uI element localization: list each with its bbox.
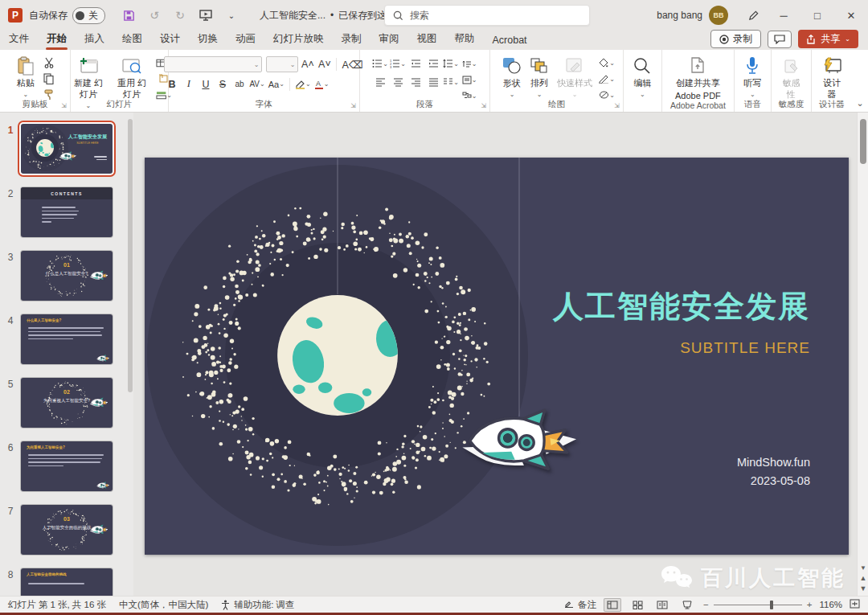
- arrange-button[interactable]: 排列 ⌄: [526, 54, 553, 100]
- tab-record[interactable]: 录制: [333, 30, 371, 50]
- thumbnail-slide-2[interactable]: CONTENTS: [21, 187, 113, 237]
- tab-file[interactable]: 文件: [0, 30, 38, 50]
- align-center-button[interactable]: [390, 75, 406, 89]
- strikethrough-button[interactable]: S: [215, 76, 230, 92]
- shape-outline-icon[interactable]: ⌄: [599, 72, 615, 86]
- current-slide[interactable]: 人工智能安全发展 SUBTITLE HERE MindShow.fun 2023…: [145, 158, 849, 555]
- line-spacing-button[interactable]: ⌄: [443, 56, 459, 71]
- shrink-font-button[interactable]: A˅: [317, 57, 332, 72]
- comments-button[interactable]: [768, 31, 792, 48]
- undo-icon[interactable]: ↺: [147, 8, 162, 23]
- increase-indent-button[interactable]: [425, 56, 441, 71]
- editing-button[interactable]: 编辑 ⌄: [629, 54, 655, 100]
- tab-design[interactable]: 设计: [151, 30, 189, 50]
- thumbnail-slide-4[interactable]: 什么是人工智能安全?: [21, 314, 113, 364]
- change-case-button[interactable]: Aa⌄: [268, 76, 285, 92]
- thumbnail-slide-1[interactable]: 人工智能安全发展 SUBTITLE HERE: [21, 124, 113, 174]
- customize-qat-icon[interactable]: ⌄: [224, 8, 239, 23]
- minimize-button[interactable]: ─: [767, 0, 800, 31]
- tab-insert[interactable]: 插入: [76, 30, 113, 50]
- copy-icon[interactable]: [41, 72, 57, 86]
- thumbnail-panel-scrollbar[interactable]: [128, 119, 133, 392]
- dictate-button[interactable]: 听写 ⌄: [739, 54, 765, 100]
- decrease-indent-button[interactable]: [407, 56, 424, 71]
- underline-button[interactable]: U: [198, 76, 213, 92]
- font-size-combo[interactable]: ⌄: [266, 56, 298, 72]
- dialog-launcher-icon[interactable]: ⇲: [614, 102, 620, 109]
- collapse-ribbon-button[interactable]: ⌄: [852, 50, 868, 112]
- zoom-slider[interactable]: [714, 605, 802, 605]
- tab-review[interactable]: 审阅: [371, 30, 408, 50]
- cut-icon[interactable]: [41, 55, 57, 70]
- slideshow-view-button[interactable]: [678, 598, 696, 612]
- scrollbar-thumb[interactable]: [860, 119, 866, 164]
- shape-fill-icon[interactable]: ⌄: [599, 55, 615, 70]
- bold-button[interactable]: B: [164, 76, 179, 92]
- tab-animations[interactable]: 动画: [227, 30, 264, 50]
- tab-draw[interactable]: 绘图: [113, 30, 151, 50]
- dialog-launcher-icon[interactable]: ⇲: [61, 102, 67, 109]
- justify-button[interactable]: [425, 75, 441, 89]
- next-slide-button[interactable]: ▼: [860, 584, 867, 592]
- share-button[interactable]: 共享 ⌄: [798, 30, 858, 48]
- create-share-pdf-button[interactable]: 创建并共享 Adobe PDF: [671, 54, 725, 104]
- language-indicator[interactable]: 中文(简体，中国大陆): [119, 599, 208, 611]
- autosave-control[interactable]: 自动保存 关: [29, 7, 105, 24]
- slide-sorter-view-button[interactable]: [628, 598, 646, 612]
- dialog-launcher-icon[interactable]: ⇲: [481, 102, 486, 109]
- sensitivity-button[interactable]: 敏感性: [775, 54, 809, 102]
- maximize-button[interactable]: □: [800, 0, 834, 31]
- reuse-slides-button[interactable]: 重用 幻灯片: [110, 54, 154, 102]
- zoom-percentage[interactable]: 116%: [819, 600, 842, 609]
- zoom-slider-thumb[interactable]: [770, 601, 773, 609]
- user-name[interactable]: bang bang: [657, 10, 702, 21]
- redo-icon[interactable]: ↻: [173, 8, 187, 23]
- font-color-button[interactable]: A⌄: [313, 76, 330, 92]
- normal-view-button[interactable]: [604, 598, 621, 612]
- shapes-button[interactable]: 形状 ⌄: [498, 54, 526, 100]
- accessibility-status[interactable]: 辅助功能: 调查: [221, 599, 294, 611]
- numbering-button[interactable]: 123⌄: [390, 56, 406, 71]
- align-right-button[interactable]: [407, 75, 424, 89]
- reading-view-button[interactable]: [653, 598, 671, 612]
- thumbnail-slide-5[interactable]: 02 为何重视人工智能安全?: [21, 378, 113, 428]
- record-button[interactable]: 录制: [710, 30, 761, 48]
- thumbnail-slide-6[interactable]: 为何重视人工智能安全?: [21, 441, 113, 491]
- avatar[interactable]: BB: [709, 6, 728, 25]
- slide-counter[interactable]: 幻灯片 第 1 张, 共 16 张: [8, 599, 106, 611]
- designer-button[interactable]: 设计器: [816, 54, 848, 102]
- tab-slideshow[interactable]: 幻灯片放映: [264, 30, 333, 50]
- text-shadow-button[interactable]: ab: [231, 76, 247, 92]
- search-input[interactable]: 搜索: [384, 5, 590, 26]
- character-spacing-button[interactable]: AV⌄: [248, 76, 265, 92]
- tab-transitions[interactable]: 切换: [189, 30, 227, 50]
- zoom-in-button[interactable]: +: [807, 600, 813, 609]
- quick-styles-button[interactable]: 快速样式 ⌄: [553, 54, 596, 100]
- tab-help[interactable]: 帮助: [446, 30, 484, 50]
- zoom-out-button[interactable]: −: [703, 600, 709, 609]
- thumbnail-slide-7[interactable]: 03 人工智能安全面临的挑战: [21, 505, 113, 555]
- tab-view[interactable]: 视图: [408, 30, 446, 50]
- slide-title[interactable]: 人工智能安全发展: [553, 286, 810, 327]
- align-text-button[interactable]: ⌄: [461, 72, 477, 87]
- vertical-scrollbar[interactable]: ▼ ▲ ▼: [857, 113, 868, 596]
- powerpoint-logo-icon[interactable]: P: [8, 8, 23, 23]
- bullets-button[interactable]: ⌄: [372, 56, 388, 71]
- italic-button[interactable]: I: [181, 76, 196, 92]
- thumbnail-slide-3[interactable]: 01 什么是人工智能安全?: [21, 251, 113, 301]
- slide-thumbnail-panel[interactable]: 1 人工智能安全发展 SUBTITLE HERE 2: [0, 113, 133, 596]
- fit-slide-button[interactable]: [850, 599, 860, 610]
- columns-button[interactable]: ⌄: [443, 75, 459, 89]
- autosave-toggle[interactable]: 关: [72, 7, 105, 24]
- font-name-combo[interactable]: ⌄: [164, 56, 262, 72]
- align-left-button[interactable]: [372, 75, 388, 89]
- grow-font-button[interactable]: A˄: [300, 57, 315, 72]
- text-direction-button[interactable]: ⌄: [461, 56, 477, 71]
- paste-button[interactable]: 粘贴 ⌄: [13, 54, 39, 100]
- close-button[interactable]: ✕: [834, 0, 868, 31]
- notes-button[interactable]: 备注: [564, 599, 596, 611]
- slide-subtitle[interactable]: SUBTITLE HERE: [680, 339, 810, 357]
- tab-acrobat[interactable]: Acrobat: [484, 32, 536, 50]
- thumbnail-slide-8[interactable]: 人工智能安全面临的挑战: [21, 568, 113, 596]
- highlight-color-button[interactable]: ⌄: [294, 76, 312, 92]
